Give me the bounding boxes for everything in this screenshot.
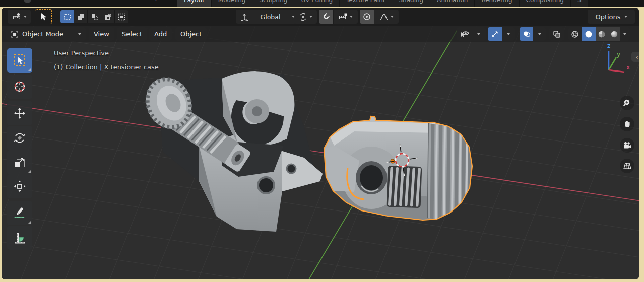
chevron-down-icon [391, 16, 394, 18]
viewport-3d[interactable]: Object Mode View Select Add Object [2, 26, 639, 279]
app-menu-partial-icon[interactable] [24, 0, 31, 3]
object-tensioner-left[interactable] [138, 70, 323, 232]
chevron-down-icon [78, 33, 81, 35]
chevron-down-icon [538, 33, 541, 35]
knurled-cap [427, 121, 475, 222]
pivot-point-dropdown[interactable] [294, 10, 317, 24]
tool-transform[interactable] [7, 174, 32, 198]
select-mode-group [60, 10, 128, 23]
select-mode-subtract-button[interactable] [88, 10, 101, 23]
mode-selector-dropdown[interactable]: Object Mode [6, 27, 86, 41]
shading-solid-button[interactable] [582, 27, 596, 41]
shading-wireframe-button[interactable] [568, 27, 582, 41]
toggle-ortho-button[interactable] [620, 159, 634, 173]
proportional-editing-toggle[interactable] [360, 10, 374, 24]
chevron-down-icon [309, 16, 312, 18]
select-box-icon [13, 53, 27, 67]
tab-modeling[interactable]: Modeling [212, 0, 252, 7]
menu-object[interactable]: Object [175, 27, 207, 41]
tab-texture-paint[interactable]: Texture Paint [340, 0, 392, 7]
select-mode-intersect-button[interactable] [115, 10, 128, 23]
zoom-button[interactable] [620, 96, 634, 110]
chevron-down-icon [623, 33, 626, 35]
tab-animation[interactable]: Animation [430, 0, 474, 7]
tool-cursor[interactable] [7, 75, 32, 99]
scale-icon [13, 155, 27, 169]
gizmo-x-label: x [626, 64, 630, 71]
tab-layout[interactable]: Layout [177, 0, 211, 7]
tab-uv-editing[interactable]: UV Editing [294, 0, 339, 7]
cursor-3d-icon [13, 80, 27, 94]
snap-toggle-button[interactable] [319, 10, 333, 24]
tool-select-box[interactable] [7, 48, 32, 73]
navigation-gizmo[interactable]: z y x [596, 41, 636, 81]
measure-icon [13, 231, 27, 245]
wireframe-sphere-icon [571, 30, 579, 38]
snap-increment-icon [339, 13, 348, 21]
tool-measure[interactable] [7, 226, 32, 250]
axis-x-line [2, 103, 639, 201]
options-dropdown[interactable]: Options [588, 10, 635, 24]
blender-window: + Layout Modeling Sculpting UV Editing T… [0, 0, 644, 282]
tab-scripting-partial[interactable]: S [571, 0, 588, 7]
shading-rendered-button[interactable] [608, 27, 620, 41]
gizmos-group [488, 27, 515, 41]
gizmo-icon [491, 30, 499, 38]
chevron-down-icon [350, 16, 353, 18]
tool-rotate[interactable] [7, 126, 32, 150]
chevron-down-icon [624, 16, 627, 18]
select-mode-set-button[interactable] [60, 10, 74, 23]
solid-sphere-icon [585, 30, 593, 38]
add-workspace-partial[interactable]: + [153, 0, 159, 2]
menu-add[interactable]: Add [149, 27, 172, 41]
eye-cursor-icon [457, 27, 473, 41]
snap-target-dropdown[interactable] [334, 10, 358, 24]
orientation-label: Global [251, 13, 290, 21]
tool-move[interactable] [7, 101, 32, 125]
object-visibility-dropdown[interactable] [457, 27, 486, 41]
transform-orientation-dropdown[interactable]: Global [236, 10, 299, 24]
tab-compositing[interactable]: Compositing [520, 0, 570, 7]
tool-settings-editor-button[interactable] [8, 10, 31, 24]
xray-toggle[interactable] [549, 27, 564, 41]
tab-rendering[interactable]: Rendering [475, 0, 519, 7]
cursor-arrow-icon [40, 13, 47, 21]
object-x-tensioner-case-selected[interactable] [324, 116, 475, 222]
tool-annotate[interactable] [7, 201, 32, 225]
xray-icon [553, 30, 561, 38]
editor-area: Global [2, 8, 639, 279]
select-mode-extend-button[interactable] [74, 10, 88, 23]
select-mode-invert-button[interactable] [101, 10, 115, 23]
proportional-falloff-dropdown[interactable] [374, 10, 399, 24]
material-sphere-icon [598, 30, 606, 38]
menu-view[interactable]: View [89, 27, 114, 41]
active-tool-select-box-button[interactable] [35, 9, 52, 24]
tool-settings-bar: Global [2, 8, 639, 26]
magnet-icon [322, 13, 330, 21]
tab-sculpting[interactable]: Sculpting [252, 0, 294, 7]
gizmo-z-label: z [607, 42, 610, 49]
overlays-group [520, 27, 546, 41]
rendered-sphere-icon [610, 30, 618, 38]
chevron-down-icon [507, 33, 510, 35]
camera-icon [623, 142, 632, 150]
options-label: Options [595, 13, 620, 21]
tool-scale[interactable] [7, 150, 32, 174]
shading-material-button[interactable] [596, 27, 608, 41]
show-overlays-toggle[interactable] [520, 27, 533, 41]
orientation-axes-icon [240, 13, 249, 21]
workspace-tab-bar: + Layout Modeling Sculpting UV Editing T… [0, 0, 644, 7]
chevron-down-icon [477, 33, 480, 35]
tab-shading[interactable]: Shading [392, 0, 430, 7]
pan-button[interactable] [620, 117, 634, 131]
proportional-editing-icon [363, 13, 371, 21]
camera-view-button[interactable] [620, 138, 634, 153]
gizmo-y-label: y [617, 51, 620, 58]
sidebar-collapse-button[interactable]: ‹ [631, 52, 639, 62]
menu-select[interactable]: Select [117, 27, 147, 41]
move-icon [13, 106, 27, 120]
rotate-icon [13, 131, 27, 145]
shading-mode-group [568, 27, 630, 41]
show-gizmo-toggle[interactable] [488, 27, 502, 41]
grid-perspective-icon [623, 162, 632, 170]
